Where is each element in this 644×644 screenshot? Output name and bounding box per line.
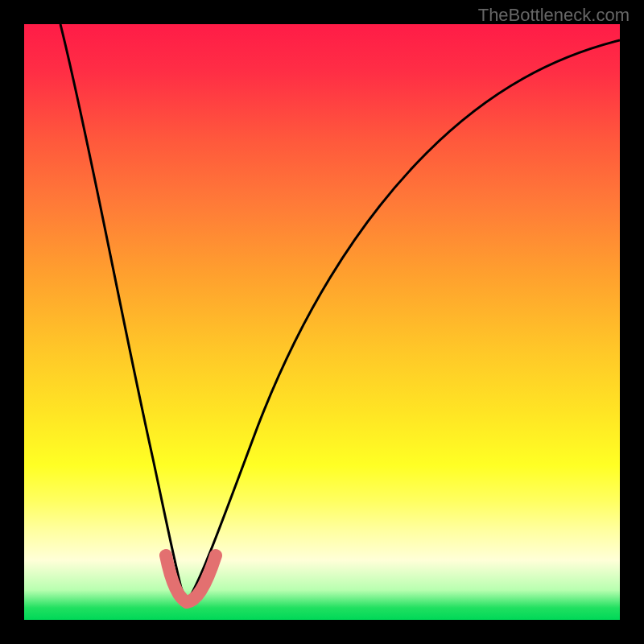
bottleneck-curve-left [60,24,187,602]
valley-highlight [166,555,216,602]
chart-svg [24,24,620,620]
watermark-text: TheBottleneck.com [478,5,630,26]
bottleneck-curve-right [187,40,620,602]
plot-area [24,24,620,620]
